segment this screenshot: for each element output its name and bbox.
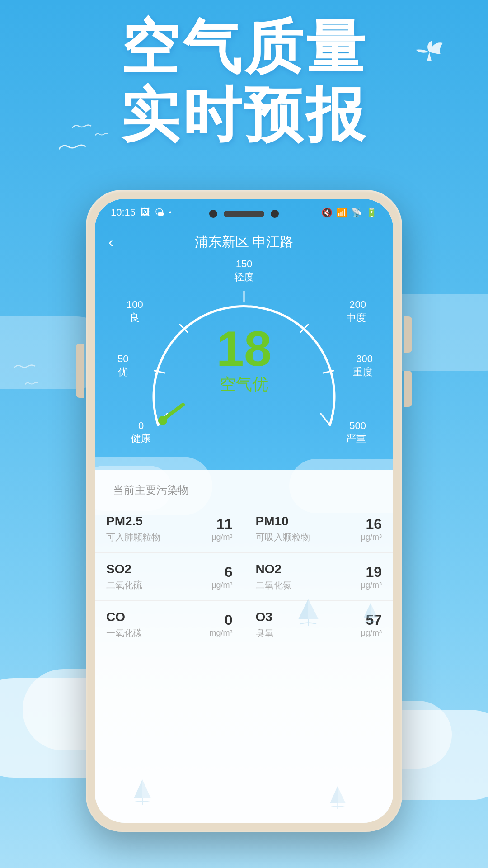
phone-volume-button [76, 344, 84, 398]
svg-point-8 [158, 416, 167, 425]
phone-power-button [404, 316, 412, 353]
front-sensor [271, 210, 279, 218]
bird-left-2-icon [25, 380, 43, 390]
phone-screen: 10:15 🖼 🌤 • 🔇 📶 📡 🔋 ‹ 浦东新区 申江路 [95, 199, 393, 823]
co-value: 0 [210, 612, 233, 628]
bird-icon-2 [72, 122, 95, 134]
no2-desc: 二氧化氮 [256, 579, 292, 591]
sailboat-bottom-right-icon [328, 784, 348, 809]
svg-line-6 [321, 414, 330, 425]
gauge-center: 18 空气优 [216, 324, 272, 396]
svg-line-7 [165, 405, 183, 418]
o3-unit: μg/m³ [361, 628, 382, 638]
air-quality-gauge: 150轻度 100良 200中度 50优 300重度 [113, 258, 375, 448]
bird-icon-3 [95, 131, 111, 140]
no2-unit: μg/m³ [361, 580, 382, 590]
svg-marker-18 [330, 786, 338, 803]
bird-icon [59, 140, 95, 158]
no2-name: NO2 [256, 562, 292, 576]
co-unit: mg/m³ [210, 628, 233, 638]
pollutant-row-1: PM2.5 可入肺颗粒物 11 μg/m³ PM10 [95, 505, 393, 552]
bird-left-icon [14, 362, 41, 375]
pm25-desc: 可入肺颗粒物 [106, 531, 160, 543]
co-name: CO [106, 610, 142, 624]
so2-desc: 二氧化硫 [106, 579, 142, 591]
phone-button-2 [404, 371, 412, 407]
pm25-unit: μg/m³ [211, 533, 232, 542]
pm10-name: PM10 [256, 514, 310, 528]
co-desc: 一氧化碳 [106, 627, 142, 639]
so2-value: 6 [211, 564, 232, 580]
so2-cell: SO2 二氧化硫 6 μg/m³ [95, 553, 244, 600]
so2-name: SO2 [106, 562, 142, 576]
pm25-name: PM2.5 [106, 514, 160, 528]
aqi-quality-label: 空气优 [216, 373, 272, 396]
dove-icon [407, 36, 452, 68]
no2-cell: NO2 二氧化氮 19 μg/m³ [244, 553, 394, 600]
svg-marker-9 [298, 599, 308, 619]
o3-desc: 臭氧 [256, 627, 274, 639]
so2-unit: μg/m³ [211, 580, 232, 590]
svg-marker-15 [134, 779, 142, 798]
pm10-value: 16 [361, 516, 382, 533]
co-cell: CO 一氧化碳 0 mg/m³ [95, 601, 244, 648]
svg-marker-19 [338, 786, 346, 803]
pm25-cell: PM2.5 可入肺颗粒物 11 μg/m³ [95, 505, 244, 552]
pm25-value: 11 [211, 516, 232, 533]
pollutant-row-3: CO 一氧化碳 0 mg/m³ O3 [95, 600, 393, 648]
pm10-unit: μg/m³ [361, 533, 382, 542]
svg-marker-12 [363, 603, 371, 618]
pollutant-row-2: SO2 二氧化硫 6 μg/m³ NO2 [95, 552, 393, 600]
svg-marker-16 [142, 779, 151, 798]
phone-mockup: 10:15 🖼 🌤 • 🔇 📶 📡 🔋 ‹ 浦东新区 申江路 [86, 190, 402, 832]
o3-name: O3 [256, 610, 274, 624]
svg-marker-10 [308, 599, 319, 619]
front-camera [209, 210, 217, 218]
sailboat-left-icon [296, 597, 321, 626]
pm10-cell: PM10 可吸入颗粒物 16 μg/m³ [244, 505, 394, 552]
earpiece [224, 211, 264, 217]
app-header: ‹ 浦东新区 申江路 [95, 226, 393, 258]
pm10-desc: 可吸入颗粒物 [256, 531, 310, 543]
no2-value: 19 [361, 564, 382, 580]
aqi-value: 18 [216, 324, 272, 373]
app-screen: 10:15 🖼 🌤 • 🔇 📶 📡 🔋 ‹ 浦东新区 申江路 [95, 199, 393, 823]
back-button[interactable]: ‹ [108, 234, 113, 250]
svg-marker-13 [371, 603, 378, 618]
pollutants-section: 当前主要污染物 PM2.5 可入肺颗粒物 11 μg/m³ [95, 470, 393, 823]
sailboat-bottom-left-icon [131, 778, 154, 805]
sailboat-right-icon [361, 601, 380, 625]
pollutants-title: 当前主要污染物 [95, 470, 393, 505]
location-title: 浦东新区 申江路 [195, 233, 293, 251]
